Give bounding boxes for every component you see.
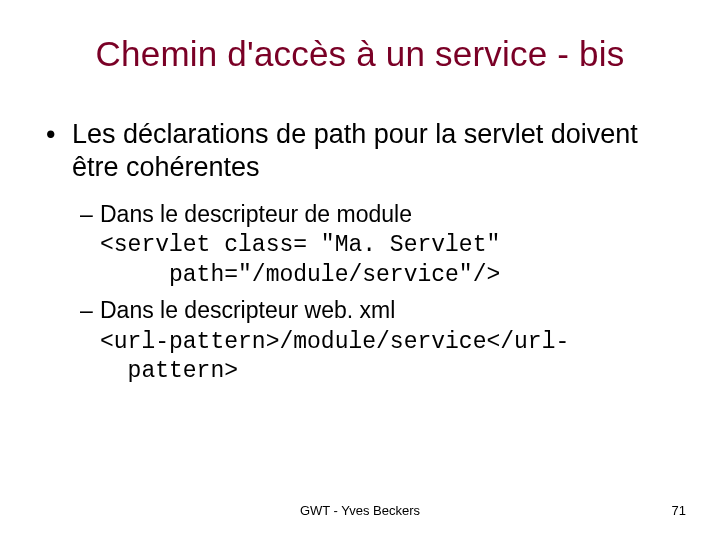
- bullet-level2-module: Dans le descripteur de module: [80, 200, 680, 229]
- footer-author: GWT - Yves Beckers: [0, 503, 720, 518]
- slide-title: Chemin d'accès à un service - bis: [40, 34, 680, 74]
- code-urlpattern: <url-pattern>/module/service</url- patte…: [100, 328, 680, 387]
- bullet-level2-webxml: Dans le descripteur web. xml: [80, 296, 680, 325]
- bullet-level1: Les déclarations de path pour la servlet…: [46, 118, 680, 184]
- slide: Chemin d'accès à un service - bis Les dé…: [0, 0, 720, 540]
- code-servlet: <servlet class= "Ma. Servlet" path="/mod…: [100, 231, 680, 290]
- footer-page-number: 71: [672, 503, 686, 518]
